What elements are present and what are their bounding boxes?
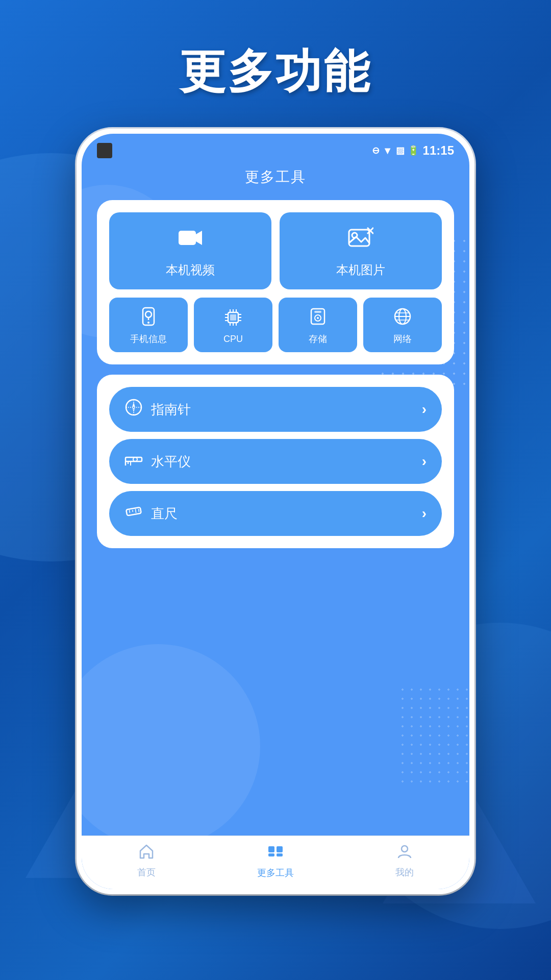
svg-line-46 (135, 509, 136, 513)
nav-more-tools[interactable]: 更多工具 (211, 842, 340, 879)
cpu-button[interactable]: CPU (194, 298, 272, 352)
status-time: 11:15 (423, 143, 454, 158)
ruler-item-left: 直尺 (124, 502, 178, 525)
svg-point-8 (145, 311, 152, 317)
compass-arrow: › (422, 401, 427, 418)
level-arrow: › (422, 453, 427, 470)
nav-profile[interactable]: 我的 (340, 843, 469, 878)
level-item-left: 水平仪 (124, 450, 191, 473)
svg-point-52 (402, 846, 408, 852)
image-button[interactable]: 本机图片 (280, 212, 442, 289)
svg-rect-51 (277, 853, 283, 856)
tools-grid-bottom: 手机信息 (109, 298, 442, 352)
svg-rect-27 (314, 311, 321, 313)
bottom-nav: 首页 更多工具 (82, 836, 469, 889)
profile-icon (396, 843, 413, 864)
phone-inner: ⊖ ▼ ▨ 🔋 11:15 更多工具 (82, 134, 469, 889)
cpu-button-label: CPU (223, 334, 243, 345)
image-button-label: 本机图片 (336, 262, 385, 278)
list-card: 指南针 › (97, 375, 454, 548)
list-section: 指南针 › (109, 387, 442, 536)
svg-line-47 (138, 509, 139, 512)
status-bar-left (97, 143, 112, 158)
network-icon (393, 307, 412, 329)
ruler-icon (124, 502, 143, 525)
phone-mockup: ⊖ ▼ ▨ 🔋 11:15 更多工具 (77, 129, 474, 894)
cpu-icon (223, 308, 243, 330)
phone-info-button-label: 手机信息 (130, 333, 167, 345)
profile-nav-label: 我的 (395, 866, 414, 878)
svg-marker-1 (196, 231, 202, 245)
compass-item-left: 指南针 (124, 398, 191, 421)
storage-button[interactable]: 存储 (279, 298, 357, 352)
home-nav-label: 首页 (137, 866, 156, 878)
svg-line-44 (129, 510, 130, 513)
phone-info-button[interactable]: 手机信息 (109, 298, 188, 352)
minus-icon: ⊖ (372, 145, 380, 156)
ruler-label: 直尺 (151, 505, 178, 523)
battery-icon: 🔋 (408, 145, 419, 156)
video-icon (178, 227, 203, 256)
svg-rect-0 (179, 231, 196, 245)
signal-icon: ▨ (396, 145, 405, 156)
network-button[interactable]: 网络 (363, 298, 442, 352)
app-bar: 更多工具 (82, 162, 469, 195)
home-icon (138, 843, 155, 864)
svg-rect-11 (230, 314, 236, 321)
network-button-label: 网络 (393, 333, 412, 345)
image-icon (348, 227, 373, 256)
tools-grid-top: 本机视频 本机图片 (109, 212, 442, 289)
more-tools-nav-label: 更多工具 (257, 867, 294, 879)
wifi-icon: ▼ (383, 145, 393, 157)
compass-icon (124, 398, 143, 421)
phone-info-icon (139, 307, 158, 329)
svg-rect-49 (277, 846, 283, 852)
svg-rect-48 (268, 846, 274, 852)
video-button-label: 本机视频 (166, 262, 215, 278)
nav-home[interactable]: 首页 (82, 843, 211, 878)
svg-point-7 (147, 322, 149, 324)
svg-line-45 (133, 510, 133, 512)
compass-button[interactable]: 指南针 › (109, 387, 442, 432)
storage-button-label: 存储 (309, 333, 327, 345)
ruler-button[interactable]: 直尺 › (109, 491, 442, 536)
level-icon (124, 450, 143, 473)
svg-point-26 (317, 317, 319, 319)
content-area: 本机视频 本机图片 (82, 195, 469, 836)
svg-rect-50 (268, 853, 274, 856)
video-button[interactable]: 本机视频 (109, 212, 271, 289)
compass-label: 指南针 (151, 401, 191, 419)
ruler-arrow: › (422, 505, 427, 522)
storage-icon (308, 307, 328, 329)
svg-rect-2 (349, 230, 369, 246)
page-title: 更多功能 (180, 41, 371, 103)
level-button[interactable]: 水平仪 › (109, 439, 442, 484)
tools-card: 本机视频 本机图片 (97, 200, 454, 364)
status-bar: ⊖ ▼ ▨ 🔋 11:15 (82, 134, 469, 162)
level-label: 水平仪 (151, 453, 191, 471)
status-icons: ⊖ ▼ ▨ 🔋 (372, 145, 419, 157)
status-bar-right: ⊖ ▼ ▨ 🔋 11:15 (372, 143, 454, 158)
more-tools-icon (266, 842, 285, 865)
app-bar-title: 更多工具 (245, 169, 306, 185)
camera-notch (97, 143, 112, 158)
